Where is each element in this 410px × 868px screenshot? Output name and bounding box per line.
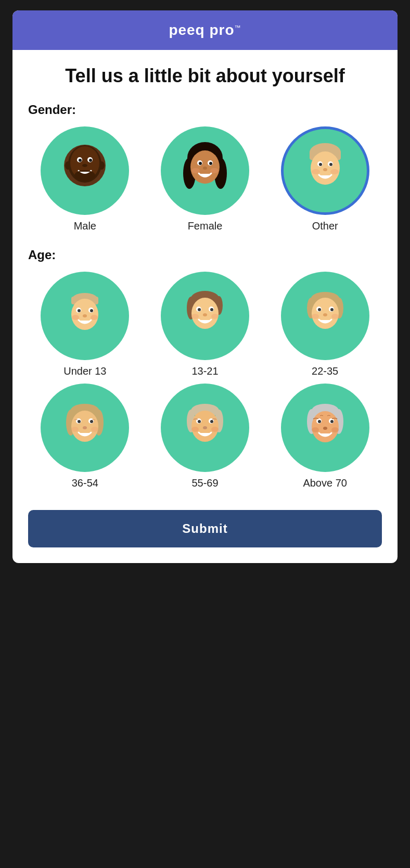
gender-avatar-male [41,126,129,215]
svg-point-63 [330,308,334,311]
svg-point-97 [323,427,327,430]
svg-point-54 [191,314,199,319]
svg-point-17 [199,162,202,165]
svg-point-42 [83,314,87,317]
gender-avatar-other [281,126,369,215]
svg-point-73 [78,420,81,423]
svg-point-62 [318,308,321,311]
svg-point-40 [78,309,81,312]
svg-point-64 [323,313,327,316]
age-avatar-22-35 [281,272,369,360]
svg-point-66 [331,314,339,319]
svg-point-8 [89,159,92,162]
phone-container: peeq pro™ Tell us a little bit about you… [0,0,410,868]
svg-point-85 [210,420,213,423]
svg-point-88 [211,427,219,432]
age-label-55-69: 55-69 [191,477,218,489]
age-avatar-55-69 [161,384,249,472]
gender-section-label: Gender: [28,103,382,117]
svg-point-55 [211,314,219,319]
svg-point-84 [198,420,201,423]
svg-point-29 [319,163,322,166]
svg-point-51 [198,308,201,311]
svg-point-9 [82,164,87,167]
age-option-under13[interactable]: Under 13 [28,272,142,377]
svg-point-65 [312,314,319,319]
age-section-label: Age: [28,248,382,262]
age-avatar-above70 [281,384,369,472]
svg-point-77 [91,427,98,432]
age-label-22-35: 22-35 [312,365,338,377]
age-label-36-54: 36-54 [72,477,98,489]
app-title: peeq pro™ [169,22,241,38]
gender-option-female[interactable]: Female [148,126,262,232]
age-options-grid: Under 13 [28,272,382,489]
svg-point-74 [90,420,93,423]
age-option-above70[interactable]: Above 70 [268,384,382,489]
svg-point-98 [312,427,319,432]
svg-point-32 [312,169,320,174]
svg-point-96 [330,420,334,423]
age-avatar-36-54 [41,384,129,472]
svg-rect-35 [71,297,75,304]
page-content: Tell us a little bit about yourself Gend… [12,50,398,563]
svg-point-95 [318,420,321,423]
svg-point-44 [91,315,98,320]
svg-rect-36 [94,297,98,304]
svg-point-7 [79,159,82,162]
svg-point-53 [203,313,207,316]
gender-options-grid: Male [28,126,382,232]
gender-label-female: Female [188,220,223,232]
app-wrapper: peeq pro™ Tell us a little bit about you… [12,10,398,563]
svg-point-99 [331,427,339,432]
svg-point-31 [323,168,327,171]
svg-point-86 [203,426,207,429]
svg-point-33 [330,169,339,174]
age-avatar-13-21 [161,272,249,360]
svg-point-43 [72,315,79,320]
svg-point-30 [329,163,332,166]
age-option-22-35[interactable]: 22-35 [268,272,382,377]
submit-button[interactable]: Submit [28,510,382,547]
page-title: Tell us a little bit about yourself [28,65,382,87]
svg-point-76 [71,427,79,432]
gender-avatar-female [161,126,249,215]
age-option-55-69[interactable]: 55-69 [148,384,262,489]
age-avatar-under13 [41,272,129,360]
svg-point-19 [203,167,207,170]
age-label-under13: Under 13 [63,365,106,377]
gender-option-other[interactable]: Other [268,126,382,232]
svg-point-21 [210,168,219,173]
gender-label-other: Other [312,220,338,232]
svg-point-41 [90,309,93,312]
age-option-36-54[interactable]: 36-54 [28,384,142,489]
app-header: peeq pro™ [12,10,398,50]
svg-point-87 [191,427,199,432]
svg-point-20 [191,168,200,173]
svg-point-52 [210,308,213,311]
age-label-above70: Above 70 [303,477,347,489]
gender-option-male[interactable]: Male [28,126,142,232]
svg-point-75 [83,426,87,429]
gender-label-male: Male [74,220,96,232]
age-label-13-21: 13-21 [191,365,218,377]
age-option-13-21[interactable]: 13-21 [148,272,262,377]
svg-point-18 [209,162,212,165]
